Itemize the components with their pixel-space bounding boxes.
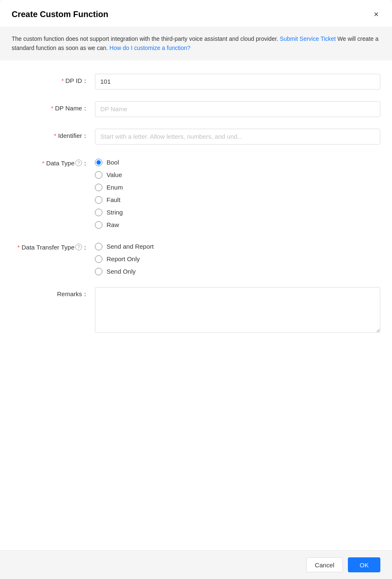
dp-id-control (95, 74, 380, 90)
data-type-colon: ： (82, 160, 88, 167)
transfer-send-and-report-item[interactable]: Send and Report (95, 243, 380, 250)
data-type-fault-radio[interactable] (95, 196, 102, 204)
dialog-footer: Cancel OK (0, 550, 392, 579)
dp-name-row: * DP Name ： (12, 101, 380, 117)
data-type-raw-item[interactable]: Raw (95, 221, 380, 229)
data-type-label-text: Data Type (46, 160, 74, 167)
dp-id-colon: ： (82, 77, 88, 85)
identifier-required-star: * (54, 132, 57, 139)
transfer-report-only-item[interactable]: Report Only (95, 255, 380, 263)
data-type-bool-item[interactable]: Bool (95, 159, 380, 166)
transfer-send-only-radio[interactable] (95, 268, 102, 275)
data-transfer-type-control: Send and Report Report Only Send Only (95, 240, 380, 275)
data-type-label: * Data Type ? ： (12, 156, 95, 167)
data-type-raw-radio[interactable] (95, 221, 102, 229)
data-type-fault-label: Fault (107, 196, 120, 203)
data-type-value-item[interactable]: Value (95, 171, 380, 179)
close-button[interactable]: × (372, 8, 380, 20)
remarks-textarea[interactable] (95, 287, 380, 333)
dp-name-control (95, 101, 380, 117)
data-transfer-required-star: * (17, 244, 20, 251)
data-type-raw-label: Raw (107, 221, 119, 228)
data-transfer-type-radio-group: Send and Report Report Only Send Only (95, 240, 380, 275)
form-body: * DP ID ： * DP Name ： * Identifier (0, 70, 392, 550)
remarks-label-text: Remarks (57, 290, 82, 297)
data-transfer-type-row: * Data Transfer Type ? ： Send and Report… (12, 240, 380, 275)
data-type-enum-radio[interactable] (95, 184, 102, 191)
remarks-label: Remarks ： (12, 287, 95, 298)
dp-id-label-text: DP ID (65, 77, 82, 84)
data-transfer-type-label: * Data Transfer Type ? ： (12, 240, 95, 252)
data-type-fault-item[interactable]: Fault (95, 196, 380, 204)
dp-name-label-text: DP Name (55, 105, 82, 112)
identifier-label-text: Identifier (58, 132, 82, 139)
data-type-value-label: Value (107, 171, 122, 178)
data-transfer-label-text: Data Transfer Type (22, 244, 74, 251)
remarks-colon: ： (82, 290, 88, 298)
data-type-value-radio[interactable] (95, 171, 102, 179)
dp-id-row: * DP ID ： (12, 74, 380, 90)
remarks-control (95, 287, 380, 334)
data-type-string-label: String (107, 209, 123, 216)
data-transfer-help-icon: ? (75, 244, 82, 250)
ok-button[interactable]: OK (348, 557, 380, 572)
how-to-customize-link[interactable]: How do I customize a function? (109, 45, 191, 51)
transfer-send-and-report-radio[interactable] (95, 243, 102, 250)
data-type-control: Bool Value Enum Fault (95, 156, 380, 229)
transfer-send-only-label: Send Only (107, 268, 136, 275)
transfer-send-and-report-label: Send and Report (107, 243, 154, 250)
dp-id-input[interactable] (95, 74, 380, 90)
data-type-required-star: * (42, 160, 45, 167)
data-type-help-icon: ? (75, 160, 82, 166)
identifier-colon: ： (82, 132, 88, 140)
data-type-bool-radio[interactable] (95, 159, 102, 166)
remarks-row: Remarks ： (12, 287, 380, 334)
data-type-row: * Data Type ? ： Bool Value (12, 156, 380, 229)
transfer-send-only-item[interactable]: Send Only (95, 268, 380, 275)
create-custom-function-dialog: Create Custom Function × The custom func… (0, 0, 392, 579)
dialog-header: Create Custom Function × (0, 0, 392, 27)
data-transfer-colon: ： (82, 244, 88, 252)
dp-name-required-star: * (51, 105, 53, 112)
dp-name-colon: ： (82, 105, 88, 112)
data-type-enum-label: Enum (107, 184, 123, 191)
data-type-enum-item[interactable]: Enum (95, 184, 380, 191)
dp-name-input[interactable] (95, 101, 380, 117)
identifier-row: * Identifier ： (12, 129, 380, 145)
data-type-radio-group: Bool Value Enum Fault (95, 156, 380, 229)
dp-name-label: * DP Name ： (12, 101, 95, 112)
notice-box: The custom function does not support int… (0, 27, 392, 60)
identifier-control (95, 129, 380, 145)
data-type-bool-label: Bool (107, 159, 119, 166)
dialog-title: Create Custom Function (12, 10, 108, 19)
identifier-input[interactable] (95, 129, 380, 145)
data-type-string-item[interactable]: String (95, 209, 380, 216)
identifier-label: * Identifier ： (12, 129, 95, 140)
dp-id-label: * DP ID ： (12, 74, 95, 85)
dp-id-required-star: * (61, 77, 64, 84)
cancel-button[interactable]: Cancel (306, 557, 343, 572)
notice-text-1: The custom function does not support int… (12, 35, 278, 42)
transfer-report-only-radio[interactable] (95, 255, 102, 263)
transfer-report-only-label: Report Only (107, 255, 140, 262)
data-type-string-radio[interactable] (95, 209, 102, 216)
submit-service-ticket-link[interactable]: Submit Service Ticket (280, 35, 336, 42)
